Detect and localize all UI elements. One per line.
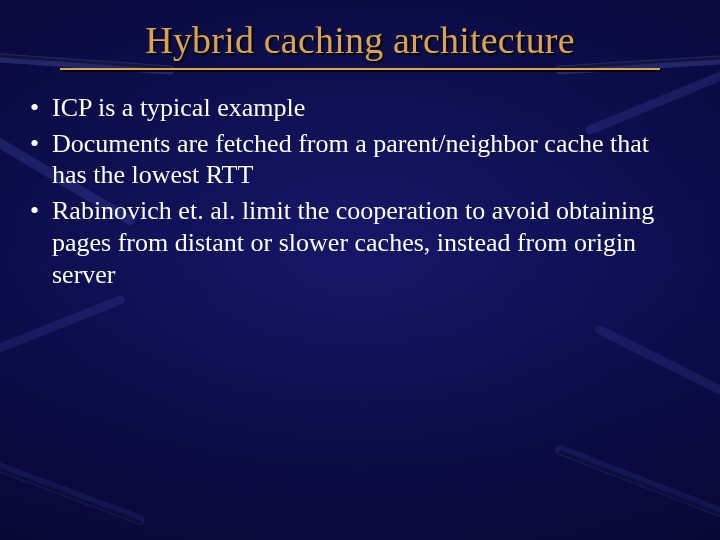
title-area: Hybrid caching architecture (0, 18, 720, 70)
list-item: • ICP is a typical example (28, 92, 680, 124)
bullet-text: Rabinovich et. al. limit the cooperation… (52, 195, 680, 290)
list-item: • Rabinovich et. al. limit the cooperati… (28, 195, 680, 290)
slide: Hybrid caching architecture • ICP is a t… (0, 0, 720, 540)
bullet-dot: • (28, 128, 52, 191)
list-item: • Documents are fetched from a parent/ne… (28, 128, 680, 191)
bullet-dot: • (28, 92, 52, 124)
bullet-text: ICP is a typical example (52, 92, 680, 124)
bullet-text: Documents are fetched from a parent/neig… (52, 128, 680, 191)
slide-title: Hybrid caching architecture (145, 18, 575, 62)
title-underline (60, 68, 660, 70)
bullet-list: • ICP is a typical example • Documents a… (28, 92, 680, 294)
bullet-dot: • (28, 195, 52, 290)
